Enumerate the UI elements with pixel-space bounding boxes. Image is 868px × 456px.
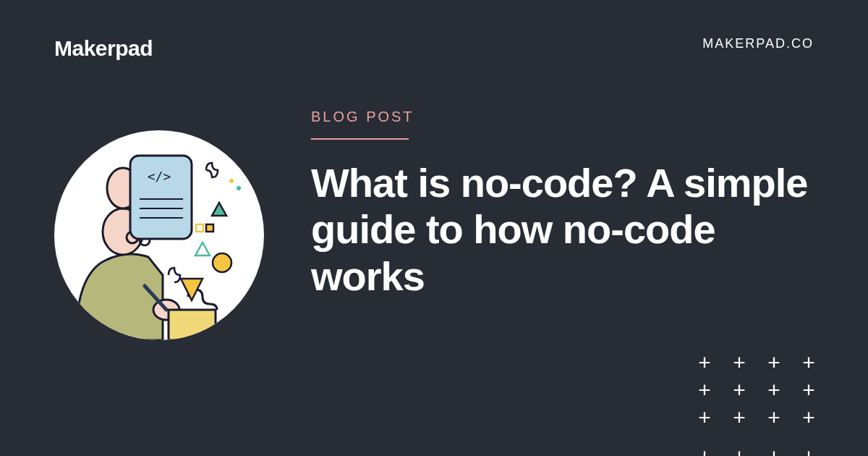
plus-icon: + (765, 379, 783, 401)
category-underline (311, 138, 409, 140)
plus-icon: + (696, 352, 713, 373)
plus-icon: + (696, 407, 713, 428)
plus-icon: + (765, 352, 783, 373)
content-block: BLOG POST What is no-code? A simple guid… (311, 109, 814, 300)
domain-label: MAKERPAD.CO (702, 36, 814, 51)
svg-rect-17 (206, 224, 213, 232)
plus-icon: + (765, 446, 783, 456)
plus-icon: + (800, 352, 817, 373)
plus-icon: + (696, 446, 713, 456)
category-label: BLOG POST (311, 109, 814, 125)
plus-icon: + (731, 352, 748, 373)
plus-icon: + (731, 446, 748, 456)
header: Makerpad MAKERPAD.CO (54, 36, 814, 61)
svg-marker-13 (195, 242, 210, 256)
illustration: </> (54, 130, 264, 340)
plus-icon: + (731, 407, 748, 428)
svg-rect-16 (196, 224, 203, 232)
post-title: What is no-code? A simple guide to how n… (311, 160, 814, 300)
plus-icon: + (800, 446, 817, 456)
plus-icon: + (800, 379, 817, 401)
svg-point-18 (229, 179, 234, 183)
svg-text:</>: </> (148, 169, 171, 184)
svg-marker-12 (212, 203, 226, 216)
svg-point-14 (213, 253, 231, 272)
plus-icon: + (696, 379, 713, 401)
svg-point-19 (237, 186, 241, 190)
plus-icon: + (731, 379, 748, 401)
plus-icon: + (765, 407, 783, 428)
plus-icon: + (800, 407, 817, 428)
svg-rect-11 (169, 310, 216, 340)
logo: Makerpad (54, 36, 153, 61)
plus-pattern: + + + + + + + + + + + + + + + + (696, 352, 817, 456)
